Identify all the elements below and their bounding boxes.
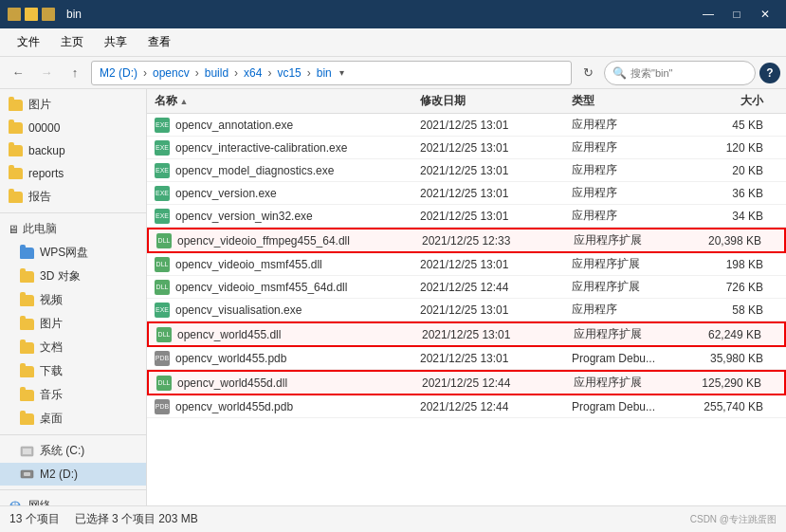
table-row[interactable]: EXE opencv_version.exe 2021/12/25 13:01 … (147, 182, 786, 205)
col-header-date[interactable]: 修改日期 (420, 93, 572, 109)
cell-name: EXE opencv_interactive-calibration.exe (155, 140, 420, 156)
sidebar-label-backup: backup (28, 144, 65, 157)
menu-home[interactable]: 主页 (51, 30, 93, 54)
table-row[interactable]: EXE opencv_interactive-calibration.exe 2… (147, 137, 786, 159)
pdb-file-icon: PDB (155, 351, 170, 366)
status-selected: 已选择 3 个项目 203 MB (75, 511, 198, 527)
maximize-button[interactable]: □ (723, 5, 750, 24)
address-x64[interactable]: x64 (244, 66, 262, 80)
cell-name: EXE opencv_version.exe (155, 186, 420, 201)
sidebar-label-c: 系统 (C:) (40, 443, 84, 459)
sidebar-item-network[interactable]: 网络 (0, 494, 146, 505)
pdb-file-icon: PDB (155, 399, 170, 414)
search-input[interactable] (631, 67, 747, 79)
col-header-size[interactable]: 大小 (685, 93, 778, 109)
cell-type: Program Debu... (572, 352, 685, 365)
address-opencv[interactable]: opencv (153, 66, 190, 80)
cell-size: 125,290 KB (687, 376, 777, 390)
address-dropdown-icon[interactable]: ▾ (339, 67, 344, 78)
table-row[interactable]: PDB opencv_world455.pdb 2021/12/25 13:01… (147, 347, 786, 370)
col-header-name[interactable]: 名称 (155, 93, 420, 109)
dll-file-icon: DLL (155, 257, 170, 272)
divider-2 (0, 434, 146, 435)
sidebar-item-baogao[interactable]: 报告 (0, 185, 146, 209)
exe-file-icon: EXE (155, 303, 170, 318)
address-m2[interactable]: M2 (D:) (100, 66, 137, 80)
back-button[interactable]: ← (6, 61, 30, 85)
sidebar-item-pictures[interactable]: 图片 (0, 93, 146, 117)
sidebar-item-reports[interactable]: reports (0, 162, 146, 185)
file-name-text: opencv_interactive-calibration.exe (175, 141, 347, 155)
sidebar-label-pictures: 图片 (28, 97, 51, 113)
file-name-text: opencv_visualisation.exe (175, 303, 302, 317)
cell-type: 应用程序扩展 (574, 375, 687, 391)
sidebar-item-d[interactable]: M2 (D:) (0, 463, 146, 486)
file-list-area[interactable]: 名称 修改日期 类型 大小 EXE opencv_annotation.exe … (147, 89, 786, 505)
table-row[interactable]: DLL opencv_world455d.dll 2021/12/25 12:4… (147, 370, 786, 395)
dll-file-icon: DLL (156, 327, 172, 342)
col-header-type[interactable]: 类型 (572, 93, 685, 109)
address-bar[interactable]: M2 (D:) › opencv › build › x64 › vc15 › … (91, 61, 572, 85)
cell-name: DLL opencv_world455d.dll (156, 376, 422, 391)
search-box[interactable]: 🔍 (604, 61, 756, 85)
cell-name: EXE opencv_annotation.exe (155, 118, 420, 133)
cell-date: 2021/12/25 13:01 (422, 328, 574, 341)
table-row[interactable]: DLL opencv_videoio_msmf455.dll 2021/12/2… (147, 253, 786, 276)
file-name-text: opencv_annotation.exe (175, 119, 293, 132)
sidebar-item-doc[interactable]: 文档 (0, 336, 146, 359)
table-row[interactable]: DLL opencv_videoio_msmf455_64d.dll 2021/… (147, 276, 786, 299)
table-row[interactable]: DLL opencv_videoio_ffmpeg455_64.dll 2021… (147, 228, 786, 253)
table-row[interactable]: EXE opencv_annotation.exe 2021/12/25 13:… (147, 114, 786, 137)
sidebar-item-00000[interactable]: 00000 (0, 117, 146, 139)
menu-share[interactable]: 共享 (95, 30, 137, 54)
search-icon: 🔍 (612, 66, 627, 80)
cell-name: EXE opencv_version_win32.exe (155, 209, 420, 224)
sidebar-label-3d: 3D 对象 (40, 268, 81, 284)
sidebar-label-video: 视频 (40, 292, 63, 308)
table-row[interactable]: EXE opencv_version_win32.exe 2021/12/25 … (147, 205, 786, 228)
table-row[interactable]: PDB opencv_world455d.pdb 2021/12/25 12:4… (147, 395, 786, 418)
cell-date: 2021/12/25 13:01 (420, 210, 572, 223)
sidebar-item-desktop[interactable]: 桌面 (0, 407, 146, 431)
sidebar-item-c[interactable]: 系统 (C:) (0, 439, 146, 463)
table-row[interactable]: EXE opencv_visualisation.exe 2021/12/25 … (147, 299, 786, 321)
file-rows-container: EXE opencv_annotation.exe 2021/12/25 13:… (147, 114, 786, 418)
close-button[interactable]: ✕ (752, 5, 778, 24)
cell-type: 应用程序扩展 (572, 256, 685, 272)
file-name-text: opencv_videoio_msmf455_64d.dll (175, 281, 347, 294)
table-row[interactable]: EXE opencv_model_diagnostics.exe 2021/12… (147, 159, 786, 182)
dll-file-icon: DLL (156, 233, 172, 248)
this-pc-header[interactable]: 🖥 此电脑 (0, 217, 146, 241)
cell-date: 2021/12/25 13:01 (420, 164, 572, 177)
cell-size: 255,740 KB (685, 400, 778, 413)
sidebar-label-desktop: 桌面 (40, 411, 63, 427)
address-build[interactable]: build (205, 66, 228, 80)
cell-date: 2021/12/25 12:44 (422, 376, 574, 390)
exe-file-icon: EXE (155, 140, 170, 156)
forward-button[interactable]: → (34, 61, 59, 85)
title-bar: bin — □ ✕ (0, 0, 786, 28)
address-vc15[interactable]: vc15 (277, 66, 301, 80)
address-bin[interactable]: bin (317, 66, 332, 80)
refresh-button[interactable]: ↻ (576, 61, 600, 85)
sidebar-item-backup[interactable]: backup (0, 139, 146, 162)
up-button[interactable]: ↑ (63, 61, 87, 85)
sidebar-item-wps[interactable]: WPS网盘 (0, 241, 146, 265)
cell-name: DLL opencv_world455.dll (156, 327, 422, 342)
cell-name: DLL opencv_videoio_msmf455.dll (155, 257, 420, 272)
dll-file-icon: DLL (155, 280, 170, 295)
sidebar-label-reports: reports (28, 167, 64, 180)
table-row[interactable]: DLL opencv_world455.dll 2021/12/25 13:01… (147, 321, 786, 347)
cell-date: 2021/12/25 12:33 (422, 234, 574, 248)
minimize-button[interactable]: — (695, 5, 722, 24)
cell-name: DLL opencv_videoio_ffmpeg455_64.dll (156, 233, 422, 248)
sidebar-item-pic[interactable]: 图片 (0, 312, 146, 336)
sidebar-item-download[interactable]: 下载 (0, 359, 146, 383)
file-name-text: opencv_world455d.pdb (175, 400, 293, 413)
menu-view[interactable]: 查看 (138, 30, 180, 54)
help-button[interactable]: ? (759, 63, 780, 83)
sidebar-item-video[interactable]: 视频 (0, 288, 146, 312)
sidebar-item-music[interactable]: 音乐 (0, 383, 146, 407)
menu-file[interactable]: 文件 (8, 30, 49, 54)
sidebar-item-3d[interactable]: 3D 对象 (0, 265, 146, 288)
